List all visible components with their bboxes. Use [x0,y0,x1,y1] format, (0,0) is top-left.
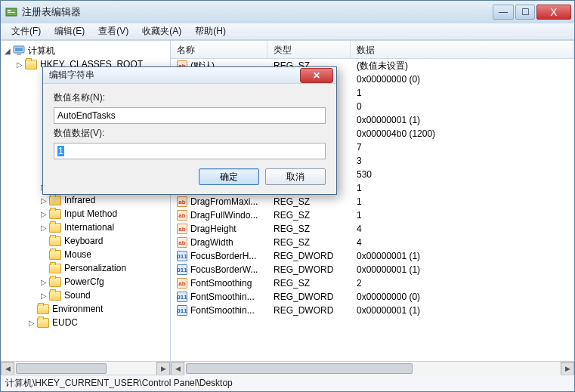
folder-icon [49,209,61,219]
tree-hscrollbar[interactable]: ◀ ▶ [1,361,170,375]
binary-value-icon: 011 [177,264,187,275]
tree-label: 计算机 [26,45,57,57]
value-data: 4 [351,224,574,234]
value-name: DragFullWindo... [190,210,258,221]
value-type: REG_SZ [267,210,351,221]
scroll-right-button[interactable]: ▶ [156,362,170,375]
scroll-right-button[interactable]: ▶ [561,362,574,375]
value-data: 0x00000001 (1) [351,264,574,275]
menu-edit[interactable]: 编辑(E) [48,23,91,39]
string-value-icon: ab [177,196,187,207]
value-name: FontSmoothin... [190,305,255,316]
minimize-button[interactable]: — [493,5,514,20]
tree-item[interactable]: Keyboard [40,234,168,248]
menu-help[interactable]: 帮助(H) [189,23,232,39]
value-name-input[interactable] [54,107,326,124]
folder-icon [49,291,61,301]
value-data: 1 [351,196,574,207]
value-type: REG_SZ [267,224,351,234]
window-close-button[interactable]: X [536,5,571,20]
value-name-label: 数值名称(N): [54,91,326,104]
scroll-thumb[interactable] [186,363,413,374]
tree-item[interactable]: ▷International [40,221,168,234]
column-data[interactable]: 数据 [351,41,574,58]
value-name: DragWidth [190,237,233,248]
menu-view[interactable]: 查看(V) [92,23,134,39]
menu-file[interactable]: 文件(F) [5,23,47,39]
ok-button[interactable]: 确定 [199,168,259,185]
table-row[interactable]: abDragWidthREG_SZ4 [171,236,574,249]
maximize-button[interactable]: ☐ [515,5,535,20]
expand-icon[interactable]: ▷ [28,319,36,326]
tree-item[interactable]: ▷Input Method [40,207,168,221]
tree-label: Input Method [63,208,119,219]
column-name[interactable]: 名称 [171,41,267,58]
table-row[interactable]: abFontSmoothingREG_SZ2 [171,276,574,290]
value-type: REG_SZ [267,237,351,248]
table-row[interactable]: 011FocusBorderW...REG_DWORD0x00000001 (1… [171,263,574,276]
string-value-icon: ab [177,237,187,248]
scroll-track[interactable] [184,362,561,375]
table-row[interactable]: abDragFullWindo...REG_SZ1 [171,208,574,222]
folder-icon [49,264,61,273]
value-type: REG_DWORD [267,251,351,261]
binary-value-icon: 011 [177,251,187,261]
string-value-icon: ab [177,278,187,289]
column-type[interactable]: 类型 [267,41,351,58]
scroll-left-button[interactable]: ◀ [1,362,14,375]
value-name: DragHeight [190,224,236,234]
value-data: 7 [351,142,574,153]
tree-label: Infrared [63,195,97,205]
value-data: 0 [351,101,574,112]
tree-label: Personalization [63,263,128,273]
tree-item[interactable]: Personalization [40,261,168,275]
svg-rect-1 [8,10,11,11]
selected-text: 1 [57,146,64,156]
tree-item[interactable]: ▷Infrared [40,193,168,207]
scroll-left-button[interactable]: ◀ [171,362,184,375]
value-type: REG_SZ [267,278,351,289]
svg-rect-4 [15,48,23,51]
folder-icon [49,223,61,233]
status-path: 计算机\HKEY_CURRENT_USER\Control Panel\Desk… [5,377,233,390]
value-data-label: 数值数据(V): [54,127,326,140]
dialog-close-button[interactable]: ✕ [300,68,333,83]
menu-favorites[interactable]: 收藏夹(A) [136,23,187,39]
expand-icon[interactable]: ▷ [40,224,48,231]
expand-icon[interactable]: ▷ [40,210,48,218]
title-bar[interactable]: 注册表编辑器 — ☐ X [1,1,574,23]
tree-item[interactable]: ▷PowerCfg [40,275,168,289]
dialog-titlebar[interactable]: 编辑字符串 ✕ [43,67,336,84]
svg-rect-5 [17,54,21,55]
value-name: FocusBorderH... [190,251,256,261]
collapse-icon[interactable]: ◢ [4,47,11,54]
tree-root[interactable]: ◢ 计算机 [4,44,168,57]
cancel-button[interactable]: 取消 [265,168,326,185]
table-row[interactable]: abDragFromMaxi...REG_SZ1 [171,195,574,208]
tree-item[interactable]: ▷Sound [40,289,168,302]
table-row[interactable]: 011FontSmoothin...REG_DWORD0x00000000 (0… [171,290,574,304]
tree-environment[interactable]: Environment [16,302,168,316]
scroll-track[interactable] [14,362,156,375]
table-row[interactable]: 011FocusBorderH...REG_DWORD0x00000001 (1… [171,249,574,263]
value-data: 0x00000001 (1) [351,251,574,261]
string-value-icon: ab [177,224,187,234]
expand-icon[interactable]: ▷ [16,60,23,68]
expand-icon[interactable]: ▷ [40,292,48,299]
table-row[interactable]: abDragHeightREG_SZ4 [171,222,574,236]
value-data: 4 [351,237,574,248]
value-name: FontSmoothing [190,278,252,289]
value-type: REG_DWORD [267,305,351,316]
list-hscrollbar[interactable]: ◀ ▶ [171,361,574,375]
value-data-input[interactable]: 1 [54,143,326,159]
scroll-thumb[interactable] [16,363,107,374]
list-header: 名称 类型 数据 [171,41,574,59]
tree-eudc[interactable]: ▷ EUDC [16,316,168,329]
svg-rect-2 [8,12,15,13]
menu-bar: 文件(F) 编辑(E) 查看(V) 收藏夹(A) 帮助(H) [1,23,574,40]
tree-item[interactable]: Mouse [40,248,168,261]
expand-icon[interactable]: ▷ [40,196,48,204]
expand-icon[interactable]: ▷ [40,278,48,286]
status-bar: 计算机\HKEY_CURRENT_USER\Control Panel\Desk… [1,375,574,391]
table-row[interactable]: 011FontSmoothin...REG_DWORD0x00000001 (1… [171,304,574,317]
